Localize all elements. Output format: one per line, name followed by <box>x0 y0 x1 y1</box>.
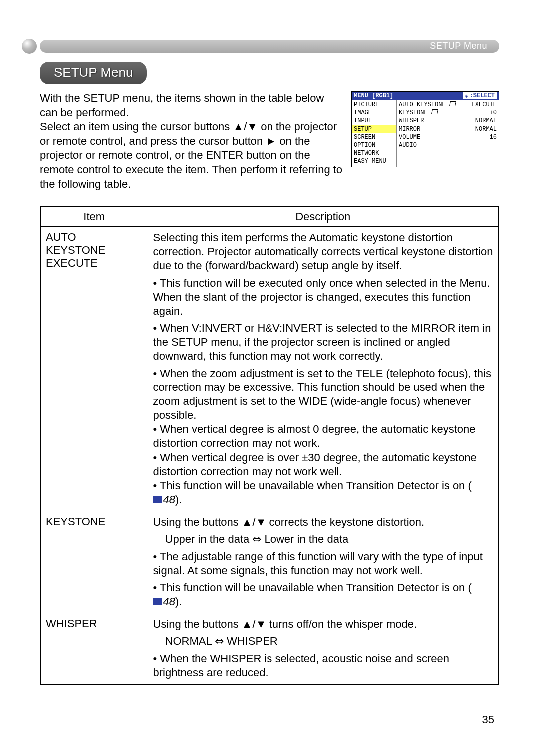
desc-p: Using the buttons ▲/▼ corrects the keyst… <box>153 515 494 529</box>
desc-p: Selecting this item performs the Automat… <box>153 231 494 273</box>
osd-row: VOLUME16 <box>399 133 497 141</box>
osd-left-item: SCREEN <box>352 133 396 141</box>
osd-row: MIRRORNORMAL <box>399 125 497 133</box>
osd-row: KEYSTONE +0 <box>399 109 497 117</box>
osd-left-item: NETWORK <box>352 149 396 157</box>
header-bar: SETUP Menu <box>40 35 499 55</box>
osd-row-label: AUTO KEYSTONE <box>399 101 446 108</box>
osd-left-item: EASY MENU <box>352 157 396 165</box>
desc-p: • This function will be unavailable when… <box>153 581 494 609</box>
desc-span: ). <box>175 493 182 506</box>
osd-row-value: NORMAL <box>475 117 497 125</box>
osd-row-label: AUDIO <box>399 141 417 149</box>
osd-row: AUTO KEYSTONE EXECUTE <box>399 101 497 109</box>
osd-left-item-selected: SETUP <box>352 125 396 133</box>
item-cell: AUTO KEYSTONE EXECUTE <box>40 227 148 511</box>
intro-p1a: With the SETUP menu, the items shown in … <box>40 92 324 119</box>
item-cell: KEYSTONE <box>40 511 148 613</box>
desc-p: Using the buttons ▲/▼ turns off/on the w… <box>153 617 494 631</box>
desc-span: ). <box>175 595 182 608</box>
item-line: WHISPER <box>46 617 97 630</box>
keystone-icon <box>431 109 438 114</box>
osd-title-right: ◈ :SELECT <box>463 92 497 99</box>
col-desc: Description <box>148 207 499 227</box>
item-line: AUTO <box>46 231 76 243</box>
section-title: SETUP Menu <box>40 62 147 84</box>
osd-row-label: WHISPER <box>399 117 424 125</box>
desc-cell: Selecting this item performs the Automat… <box>148 227 499 511</box>
osd-row: AUDIO <box>399 141 497 149</box>
desc-span: • This function will be unavailable when… <box>153 581 472 594</box>
osd-row-label: VOLUME <box>399 133 420 141</box>
col-item: Item <box>40 207 148 227</box>
desc-p: Upper in the data ⇔ Lower in the data <box>153 532 494 546</box>
book-icon <box>153 598 162 605</box>
intro-p1b: Select an item using the cursor buttons … <box>40 120 342 190</box>
osd-row: WHISPERNORMAL <box>399 117 497 125</box>
osd-left-item: OPTION <box>352 141 396 149</box>
breadcrumb: SETUP Menu <box>430 41 487 51</box>
osd-row-value: EXECUTE <box>472 101 497 109</box>
osd-left-item: IMAGE <box>352 109 396 117</box>
desc-span: • When vertical degree is almost 0 degre… <box>153 423 476 449</box>
book-ref: 48 <box>153 493 175 507</box>
item-line: KEYSTONE <box>46 244 105 256</box>
osd-row-value: NORMAL <box>475 125 497 133</box>
osd-left-item: INPUT <box>352 117 396 125</box>
keystone-icon <box>449 101 456 106</box>
desc-span: • This function will be unavailable when… <box>153 479 472 492</box>
desc-span: • When the zoom adjustment is set to the… <box>153 367 491 421</box>
desc-p: NORMAL ⇔ WHISPER <box>153 634 494 648</box>
item-line: EXECUTE <box>46 257 98 269</box>
osd-select-label: :SELECT <box>470 92 495 99</box>
setup-table: Item Description AUTO KEYSTONE EXECUTE S… <box>40 206 499 685</box>
osd-title-left: MENU [RGB1] <box>354 92 393 99</box>
desc-p: • When the zoom adjustment is set to the… <box>153 367 494 507</box>
header-dot <box>22 39 37 54</box>
page-number: 35 <box>482 713 494 726</box>
desc-cell: Using the buttons ▲/▼ corrects the keyst… <box>148 511 499 613</box>
osd-row-value: +0 <box>490 109 497 117</box>
table-row: AUTO KEYSTONE EXECUTE Selecting this ite… <box>40 227 499 511</box>
desc-p: • When the WHISPER is selected, acoustic… <box>153 652 494 680</box>
item-line: KEYSTONE <box>46 515 105 528</box>
osd-menu: MENU [RGB1] ◈ :SELECT PICTURE IMAGE INPU… <box>351 91 499 167</box>
osd-left-item: PICTURE <box>352 101 396 109</box>
desc-p: • The adjustable range of this function … <box>153 550 494 578</box>
book-ref: 48 <box>153 595 175 609</box>
osd-right-column: AUTO KEYSTONE EXECUTE KEYSTONE +0 WHISPE… <box>397 100 499 167</box>
table-row: KEYSTONE Using the buttons ▲/▼ corrects … <box>40 511 499 613</box>
desc-p: • When V:INVERT or H&V:INVERT is selecte… <box>153 321 494 363</box>
select-icon: ◈ <box>465 93 468 99</box>
item-cell: WHISPER <box>40 613 148 684</box>
osd-row-value: 16 <box>490 133 497 141</box>
ref-num: 48 <box>163 493 175 507</box>
intro-text: With the SETUP menu, the items shown in … <box>40 91 343 191</box>
osd-left-column: PICTURE IMAGE INPUT SETUP SCREEN OPTION … <box>352 100 397 167</box>
ref-num: 48 <box>163 595 175 609</box>
desc-span: • When vertical degree is over ±30 degre… <box>153 451 477 478</box>
book-icon <box>153 496 162 503</box>
desc-cell: Using the buttons ▲/▼ turns off/on the w… <box>148 613 499 684</box>
osd-header: MENU [RGB1] ◈ :SELECT <box>352 92 499 100</box>
desc-p: • This function will be executed only on… <box>153 276 494 318</box>
osd-row-label: MIRROR <box>399 125 420 133</box>
table-row: WHISPER Using the buttons ▲/▼ turns off/… <box>40 613 499 684</box>
osd-row-label: KEYSTONE <box>399 109 428 116</box>
